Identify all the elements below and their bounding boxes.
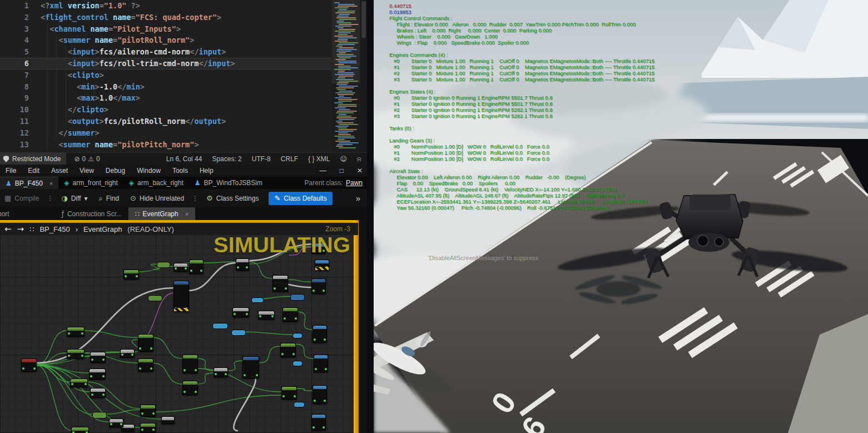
blueprint-node[interactable] xyxy=(214,367,228,377)
blueprint-node[interactable] xyxy=(313,325,327,343)
node-output-pin[interactable] xyxy=(81,332,83,335)
asset-tab-bp_windtojsbsim[interactable]: ♟BP_WindToJSBSim xyxy=(189,177,268,189)
node-input-pin[interactable] xyxy=(190,270,192,272)
node-output-pin[interactable] xyxy=(295,317,297,320)
asset-tab-arm_back_right[interactable]: ◈arm_back_right xyxy=(123,177,189,189)
blueprint-node[interactable] xyxy=(182,381,198,395)
event-graph-canvas[interactable]: SIMULATING xyxy=(0,235,354,433)
node-output-pin[interactable] xyxy=(81,355,83,357)
blueprint-node[interactable] xyxy=(173,281,189,312)
node-output-pin[interactable] xyxy=(150,367,152,370)
node-input-pin[interactable] xyxy=(141,429,143,431)
blueprint-node[interactable] xyxy=(120,349,135,358)
blueprint-node[interactable] xyxy=(290,294,305,301)
node-output-pin[interactable] xyxy=(200,270,202,272)
hide-unrelated-button[interactable]: ⊙Hide Unrelated xyxy=(126,189,189,207)
node-output-pin[interactable] xyxy=(120,423,122,425)
node-output-pin[interactable] xyxy=(131,354,133,356)
menu-item-asset[interactable]: Asset xyxy=(51,167,68,175)
blueprint-node[interactable] xyxy=(281,386,297,400)
encoding-setting[interactable]: UTF-8 xyxy=(252,155,271,163)
node-input-pin[interactable] xyxy=(314,400,316,402)
blueprint-node[interactable] xyxy=(315,260,329,271)
parent-class-value[interactable]: Pawn xyxy=(346,179,363,187)
eol-setting[interactable]: CRLF xyxy=(281,155,298,163)
compile-button[interactable]: ▦Compile xyxy=(0,189,43,207)
code-line[interactable]: 6 <input>fcs/roll-trim-cmd-norm</input> xyxy=(0,58,331,69)
blueprint-node[interactable] xyxy=(123,270,139,280)
node-input-pin[interactable] xyxy=(274,287,276,290)
blueprint-node[interactable] xyxy=(109,419,123,427)
code-line[interactable]: 12 </summer> xyxy=(0,127,331,139)
blueprint-node[interactable] xyxy=(70,379,88,387)
forward-arrow-icon[interactable]: → xyxy=(17,224,24,234)
node-output-pin[interactable] xyxy=(102,394,105,396)
blueprint-node[interactable] xyxy=(294,402,305,407)
node-output-pin[interactable] xyxy=(136,275,138,277)
code-line[interactable]: 9 <max>1.0</max> xyxy=(0,92,331,104)
node-input-pin[interactable] xyxy=(68,355,70,357)
menu-item-help[interactable]: Help xyxy=(200,167,214,175)
node-input-pin[interactable] xyxy=(183,391,186,393)
blueprint-node[interactable] xyxy=(258,311,275,320)
node-input-pin[interactable] xyxy=(281,353,284,355)
node-input-pin[interactable] xyxy=(259,315,261,317)
doc-tab-construction-scr-[interactable]: ƒConstruction Scr... xyxy=(55,207,128,220)
more-options-icon[interactable]: ⋮ xyxy=(46,195,54,202)
node-input-pin[interactable] xyxy=(141,412,143,415)
blueprint-node[interactable] xyxy=(251,297,264,303)
node-input-pin[interactable] xyxy=(237,266,239,268)
diff-button[interactable]: ◑Diff▾ xyxy=(57,189,92,207)
class-settings-button[interactable]: ⚙Class Settings xyxy=(202,189,263,207)
breadcrumb-asset[interactable]: BP_F450 xyxy=(39,225,70,233)
node-output-pin[interactable] xyxy=(285,287,287,290)
node-output-pin[interactable] xyxy=(246,313,248,315)
code-line[interactable]: 11 <output>fcs/pilotRoll_norm</output> xyxy=(0,116,331,127)
blueprint-node[interactable] xyxy=(92,412,107,419)
more-options-icon[interactable]: ⋮ xyxy=(191,195,200,202)
asset-tab-arm_front_right[interactable]: ◈arm_front_right xyxy=(58,177,123,189)
blueprint-node[interactable] xyxy=(140,405,156,417)
maximize-button[interactable]: □ xyxy=(340,167,344,175)
notifications-bell-icon[interactable]: ⍾ xyxy=(357,155,361,163)
blueprint-node[interactable] xyxy=(182,355,198,374)
blueprint-node[interactable] xyxy=(138,359,153,372)
blueprint-node[interactable] xyxy=(311,414,326,431)
node-input-pin[interactable] xyxy=(139,347,141,350)
blueprint-node[interactable] xyxy=(173,263,188,272)
minimap-slider[interactable] xyxy=(332,0,360,83)
node-output-pin[interactable] xyxy=(102,359,105,361)
node-input-pin[interactable] xyxy=(22,367,24,370)
node-input-pin[interactable] xyxy=(90,375,92,377)
blueprint-node[interactable] xyxy=(236,258,249,271)
blueprint-node[interactable] xyxy=(67,327,85,337)
code-line[interactable]: 4 <summer name="pilotRoll_norm"> xyxy=(0,34,331,46)
node-output-pin[interactable] xyxy=(152,412,155,415)
game-viewport[interactable]: 0 6 0.4407150.019853Flight Control Comma… xyxy=(367,0,868,433)
node-input-pin[interactable] xyxy=(91,359,93,361)
blueprint-node[interactable] xyxy=(90,388,106,398)
node-output-pin[interactable] xyxy=(152,429,155,431)
restricted-mode-badge[interactable]: Restricted Mode xyxy=(0,153,66,165)
blueprint-node[interactable] xyxy=(311,278,326,294)
node-output-pin[interactable] xyxy=(294,395,296,397)
node-output-pin[interactable] xyxy=(85,383,87,385)
indentation-setting[interactable]: Spaces: 2 xyxy=(212,155,241,163)
node-input-pin[interactable] xyxy=(139,367,141,370)
breadcrumb-graph[interactable]: EventGraph xyxy=(83,225,122,233)
menu-item-window[interactable]: Window xyxy=(137,167,161,175)
node-output-pin[interactable] xyxy=(33,367,36,370)
blueprint-node[interactable] xyxy=(282,307,298,322)
node-output-pin[interactable] xyxy=(195,391,197,393)
blueprint-node[interactable] xyxy=(314,355,328,372)
node-output-pin[interactable] xyxy=(271,315,274,317)
node-input-pin[interactable] xyxy=(244,374,246,376)
blueprint-node[interactable] xyxy=(157,262,170,268)
node-input-pin[interactable] xyxy=(71,383,73,385)
menu-item-edit[interactable]: Edit xyxy=(28,167,39,175)
node-output-pin[interactable] xyxy=(323,290,325,292)
blueprint-node[interactable] xyxy=(212,323,228,329)
close-tab-icon[interactable]: × xyxy=(49,180,53,187)
code-area[interactable]: 1<?xml version="1.0" ?>2<flight_control … xyxy=(0,0,331,152)
blueprint-node[interactable] xyxy=(280,343,296,357)
